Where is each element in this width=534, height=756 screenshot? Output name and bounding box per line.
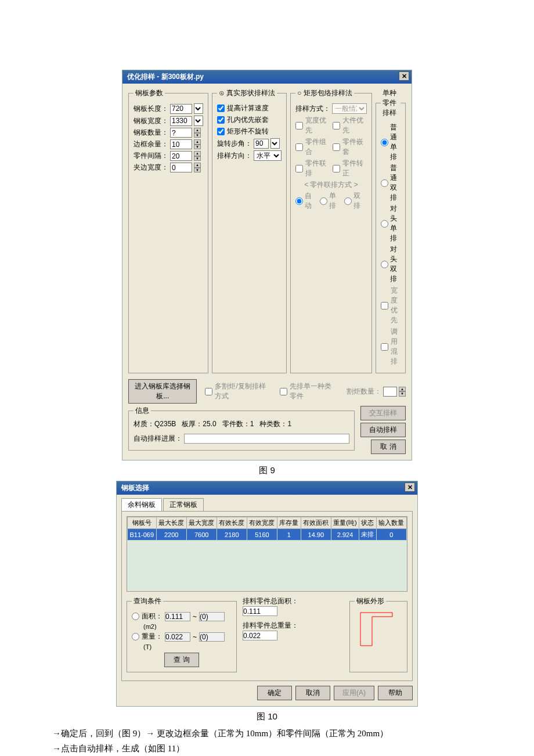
gap-input[interactable] <box>170 151 192 161</box>
area-radio[interactable] <box>132 613 139 620</box>
speed-cb[interactable] <box>217 105 225 112</box>
ns-radio[interactable] <box>381 139 388 146</box>
link-cb[interactable] <box>295 165 303 172</box>
mix-cb[interactable] <box>381 343 388 351</box>
cut-spin[interactable]: ▲▼ <box>399 387 406 397</box>
instruction-1: →确定后，回到（图 9）→ 更改边框余量（正常为 10mm）和零件间隔（正常为 … <box>52 727 482 740</box>
query-group: 查询条件 面积： ~ (m2) 重量： ~ (T) 查 询 <box>127 596 237 672</box>
area-to[interactable] <box>199 612 225 621</box>
enter-stock-button[interactable]: 进入钢板库选择钢板... <box>128 379 197 404</box>
first-cb[interactable] <box>280 388 287 395</box>
wp-cb[interactable] <box>381 302 388 309</box>
sum-wt-value <box>243 631 277 640</box>
step-label: 旋转步角： <box>217 139 252 149</box>
wt-to[interactable] <box>199 632 225 642</box>
multi-label: 多割炬/复制排样方式 <box>215 381 272 401</box>
align-cb[interactable] <box>333 165 340 172</box>
nest-label: 零件嵌套 <box>342 137 367 157</box>
norotate-label: 矩形件不旋转 <box>227 127 269 136</box>
nd-radio[interactable] <box>381 179 388 187</box>
ok-button[interactable]: 确定 <box>257 686 292 700</box>
hs-radio[interactable] <box>381 220 388 228</box>
instruction-2: →点击自动排样，生成（如图 11） <box>52 742 482 755</box>
auto-nest-button[interactable]: 自动排样 <box>360 423 406 437</box>
cancel-button-10[interactable]: 取消 <box>295 686 330 700</box>
ns-label: 普通单排 <box>390 123 400 162</box>
wt-label: 重量： <box>142 632 163 642</box>
real-legend: ⊙ 真实形状排样法 <box>217 88 277 98</box>
align-label: 零件转正 <box>342 159 367 178</box>
mode-select[interactable]: 一般情况 <box>332 103 367 114</box>
cancel-button[interactable]: 取 消 <box>371 440 406 454</box>
nest-optimize-dialog: 优化排样 - 新300板材.py ✕ 钢板参数 钢板长度： 钢板宽度： 钢板数量… <box>122 70 412 460</box>
tab-normal[interactable]: 正常钢板 <box>163 498 204 511</box>
interactive-nest-button[interactable]: 交互排样 <box>360 406 406 420</box>
plate-shape-preview <box>355 610 401 650</box>
apply-button[interactable]: 应用(A) <box>334 686 374 700</box>
multi-cb[interactable] <box>205 388 212 395</box>
figure-10-caption: 图 10 <box>0 711 534 722</box>
norotate-cb[interactable] <box>217 128 225 135</box>
progress-display <box>184 434 349 444</box>
plate-length-input[interactable] <box>170 104 192 114</box>
qty-spin[interactable]: ▲▼ <box>194 128 201 138</box>
plate-qty-input[interactable] <box>170 128 192 138</box>
wprio-cb[interactable] <box>295 122 303 129</box>
gap-spin[interactable]: ▲▼ <box>194 151 201 161</box>
help-button[interactable]: 帮助 <box>378 686 413 700</box>
grid-header: 钢板号最大长度最大宽度有效长度有效宽度库存量有效面积重量(吨)状态输入数量 <box>128 517 407 529</box>
area-from[interactable] <box>165 612 190 621</box>
close-icon[interactable]: ✕ <box>399 71 409 81</box>
plate-grid[interactable]: 钢板号最大长度最大宽度有效长度有效宽度库存量有效面积重量(吨)状态输入数量 B1… <box>127 516 407 592</box>
query-legend: 查询条件 <box>132 596 163 606</box>
dir-label: 排样方向： <box>217 151 252 161</box>
mat-label: 材质：Q235B <box>134 419 176 429</box>
plate-params-group: 钢板参数 钢板长度： 钢板宽度： 钢板数量：▲▼ 边框余量：▲▼ 零件间隔：▲▼… <box>128 88 208 373</box>
dir-select[interactable]: 水平 <box>254 150 282 161</box>
step-dd[interactable] <box>270 138 280 149</box>
mix-label: 调用混排 <box>391 327 400 366</box>
head-input[interactable] <box>170 163 192 172</box>
close-icon-10[interactable]: ✕ <box>405 483 415 492</box>
table-row[interactable]: B11-0692200760021805160114.902.924未排0 <box>128 529 407 541</box>
comb-cb[interactable] <box>295 143 303 151</box>
shape-group: 钢板外形 <box>349 596 407 672</box>
wt-radio[interactable] <box>132 633 139 640</box>
step-input[interactable] <box>254 139 269 149</box>
len-dd[interactable] <box>194 103 203 114</box>
tab-remnant[interactable]: 余料钢板 <box>121 498 162 511</box>
hole-cb[interactable] <box>217 116 225 124</box>
double-radio[interactable] <box>344 197 352 205</box>
auto-r-label: 自动 <box>305 191 318 211</box>
head-label: 夹边宽度： <box>134 163 168 172</box>
head-spin[interactable]: ▲▼ <box>194 163 201 172</box>
query-button[interactable]: 查 询 <box>164 653 199 667</box>
single-legend: 单种零件排样 <box>381 88 400 118</box>
auto-radio[interactable] <box>295 197 303 205</box>
gap-label: 零件间隔： <box>134 151 168 161</box>
mode-label: 排样方式： <box>295 104 330 114</box>
titlebar-10: 钢板选择 ✕ <box>117 481 417 495</box>
big-label: 大件优先 <box>342 116 367 135</box>
nest-cb[interactable] <box>333 143 340 151</box>
link-mode-label: < 零件联排方式 > <box>295 180 367 190</box>
titlebar: 优化排样 - 新300板材.py ✕ <box>122 70 412 84</box>
hd-radio[interactable] <box>381 261 388 268</box>
link-label: 零件联排 <box>305 159 330 178</box>
sum-wt-label: 排料零件总重量： <box>243 621 344 631</box>
margin-input[interactable] <box>170 139 192 149</box>
wt-from[interactable] <box>165 632 190 642</box>
rect-envelope-group: ○ 矩形包络排样法 排样方式：一般情况 宽度优先 大件优先 零件组合 零件嵌套 … <box>290 88 372 373</box>
plate-width-input[interactable] <box>170 116 192 126</box>
big-cb[interactable] <box>333 122 340 129</box>
single-radio[interactable] <box>320 197 327 205</box>
wid-dd[interactable] <box>194 116 203 126</box>
info-legend: 信息 <box>134 406 151 416</box>
sum-area-label: 排料零件总面积： <box>243 596 344 606</box>
nd-label: 普通双排 <box>390 163 400 203</box>
comb-label: 零件组合 <box>305 137 330 157</box>
first-label: 先排单一种类零件 <box>290 381 338 401</box>
params-legend: 钢板参数 <box>134 88 165 98</box>
rect-legend: ○ 矩形包络排样法 <box>295 88 354 98</box>
margin-spin[interactable]: ▲▼ <box>194 139 201 149</box>
